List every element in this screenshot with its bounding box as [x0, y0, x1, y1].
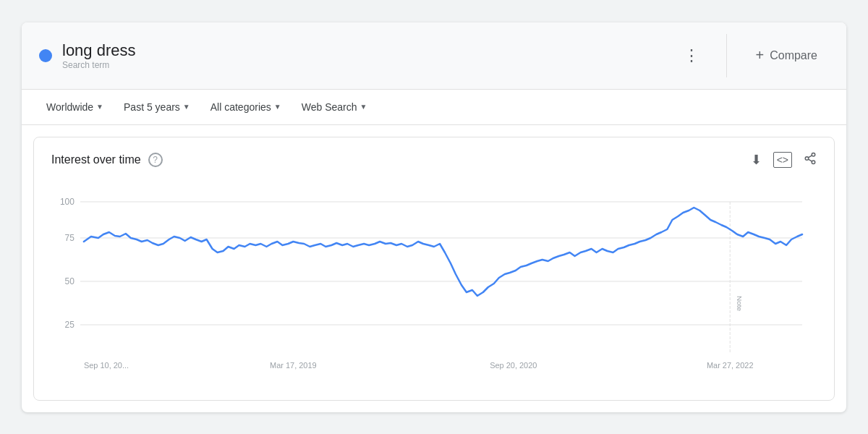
svg-text:Note: Note [736, 295, 744, 311]
filter-region[interactable]: Worldwide ▼ [39, 97, 111, 117]
filter-region-label: Worldwide [46, 101, 93, 113]
svg-text:Mar 27, 2022: Mar 27, 2022 [707, 360, 754, 369]
chart-actions: ⬇ <> [751, 152, 817, 169]
trend-chart: 100 75 50 25 Sep 10, 20... Mar 17, 2019 … [51, 180, 817, 383]
filter-category[interactable]: All categories ▼ [203, 97, 289, 117]
svg-line-4 [808, 155, 812, 157]
search-term-block: long dress Search term ⋮ [39, 41, 709, 70]
filter-time-arrow: ▼ [183, 103, 190, 111]
filter-time-label: Past 5 years [124, 101, 180, 113]
filter-search-type-label: Web Search [302, 101, 357, 113]
svg-text:Mar 17, 2019: Mar 17, 2019 [270, 360, 317, 369]
chart-title-row: Interest over time ? [51, 153, 163, 167]
filter-time[interactable]: Past 5 years ▼ [116, 97, 197, 117]
chart-header: Interest over time ? ⬇ <> [51, 152, 817, 169]
search-term-label: long dress [62, 41, 136, 60]
filter-region-arrow: ▼ [96, 103, 103, 111]
share-icon[interactable] [804, 152, 817, 169]
svg-point-1 [805, 156, 809, 160]
svg-point-0 [812, 153, 815, 156]
search-term-text: long dress Search term [62, 41, 136, 70]
svg-text:Sep 20, 2020: Sep 20, 2020 [490, 360, 537, 369]
search-term-dot [39, 49, 52, 62]
embed-icon[interactable]: <> [773, 152, 792, 168]
filter-search-type[interactable]: Web Search ▼ [294, 97, 375, 117]
filter-bar: Worldwide ▼ Past 5 years ▼ All categorie… [22, 90, 846, 125]
chart-title: Interest over time [51, 153, 141, 166]
filter-category-label: All categories [210, 101, 271, 113]
svg-line-3 [808, 159, 812, 161]
search-header: long dress Search term ⋮ + Compare [22, 22, 846, 90]
svg-point-2 [812, 161, 815, 164]
svg-text:25: 25 [65, 319, 75, 329]
header-divider [726, 34, 727, 77]
svg-text:Sep 10, 20...: Sep 10, 20... [84, 360, 129, 369]
filter-category-arrow: ▼ [274, 103, 281, 111]
more-options-icon[interactable]: ⋮ [675, 43, 709, 68]
svg-text:75: 75 [65, 232, 75, 242]
compare-button[interactable]: + Compare [744, 41, 830, 69]
download-icon[interactable]: ⬇ [751, 152, 762, 168]
svg-text:50: 50 [65, 276, 75, 286]
compare-plus-icon: + [756, 47, 765, 64]
compare-label: Compare [770, 49, 817, 62]
search-term-sublabel: Search term [62, 60, 136, 70]
help-icon[interactable]: ? [148, 153, 163, 167]
filter-search-type-arrow: ▼ [359, 103, 367, 111]
main-container: long dress Search term ⋮ + Compare World… [22, 22, 846, 412]
chart-wrapper: 100 75 50 25 Sep 10, 20... Mar 17, 2019 … [51, 180, 817, 383]
trend-line [84, 208, 802, 296]
chart-section: Interest over time ? ⬇ <> [33, 137, 835, 401]
svg-text:100: 100 [60, 196, 75, 206]
